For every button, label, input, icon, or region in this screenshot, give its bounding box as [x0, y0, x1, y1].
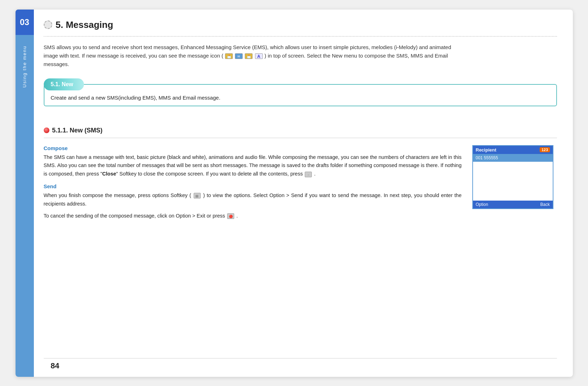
- sidebar-label: Using the menu: [22, 46, 27, 88]
- main-content: 5. Messaging SMS allows you to send and …: [34, 10, 573, 377]
- left-sidebar: 03 Using the menu: [16, 10, 34, 377]
- phone-bottom-bar: Option Back: [473, 201, 553, 208]
- chapter-header: 5. Messaging: [44, 19, 557, 33]
- text-content: Compose The SMS can have a message with …: [44, 145, 462, 224]
- intro-text: SMS allows you to send and receive short…: [44, 43, 467, 69]
- icon-sms4: A: [255, 53, 263, 59]
- page-footer: 84: [44, 358, 557, 370]
- exit-icon: 🔴: [227, 213, 234, 219]
- icon-sms1: 📩: [225, 53, 233, 59]
- page-number: 84: [44, 361, 59, 370]
- section-5-1-pill: 5.1. New: [44, 78, 84, 90]
- phone-title: Recipient: [476, 147, 497, 153]
- send-text-2: To cancel the sending of the composed me…: [44, 212, 462, 220]
- page-background: 03 Using the menu 5. Messaging SMS allow…: [0, 0, 588, 386]
- section-5-1-1-heading: 5.1.1. New (SMS): [44, 127, 557, 134]
- send-heading: Send: [44, 183, 462, 189]
- phone-counter: 123: [540, 147, 550, 152]
- section-5-1-body: Create and send a new SMS(including EMS)…: [51, 95, 550, 101]
- close-bold: Close: [102, 171, 116, 177]
- compose-heading: Compose: [44, 145, 462, 151]
- red-dot-icon: [44, 127, 49, 133]
- phone-mockup-container: Recipient 123 001 555555 Option Back: [472, 145, 557, 209]
- page-card: 03 Using the menu 5. Messaging SMS allow…: [16, 10, 573, 377]
- send-text-1: When you finish compose the message, pre…: [44, 191, 462, 208]
- content-area: Compose The SMS can have a message with …: [44, 145, 557, 224]
- phone-back-label[interactable]: Back: [540, 202, 550, 207]
- chapter-title: 5. Messaging: [56, 19, 113, 30]
- icon-sms2: ✉: [235, 53, 243, 59]
- chapter-number: 03: [16, 10, 34, 35]
- phone-top-bar: Recipient 123: [473, 146, 553, 154]
- options-softkey-icon: ▤: [194, 193, 201, 198]
- chapter-icon: [44, 20, 52, 29]
- delete-icon: ··: [305, 172, 312, 177]
- phone-option-label[interactable]: Option: [476, 202, 488, 207]
- phone-mockup: Recipient 123 001 555555 Option Back: [472, 145, 553, 209]
- section-5-1-container: 5.1. New Create and send a new SMS(inclu…: [44, 78, 557, 115]
- icon-sms3: 📩: [245, 53, 253, 59]
- phone-recipient-row: 001 555555: [473, 154, 553, 162]
- section-5-1-1-title: 5.1.1. New (SMS): [52, 127, 103, 134]
- compose-text: The SMS can have a message with text, ba…: [44, 153, 462, 179]
- dotted-divider: [44, 36, 557, 37]
- section-5-1-header-wrapper: 5.1. New: [44, 78, 557, 90]
- subsection-divider: [44, 138, 557, 138]
- phone-body: [473, 162, 553, 201]
- section-5-1-title: 5.1. New: [51, 81, 73, 87]
